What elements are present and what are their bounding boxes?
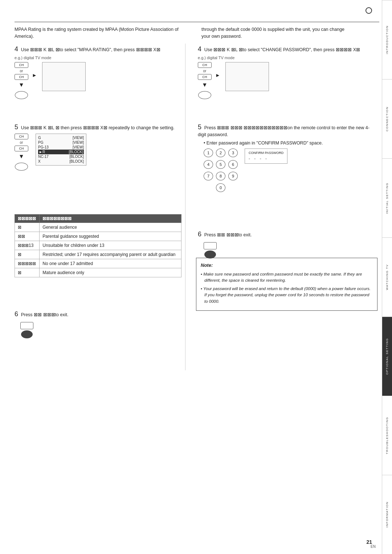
rating-pg-desc: Parental guidance suggested bbox=[40, 232, 181, 241]
step4-left: 4 Use ⊠⊠⊠ K ⊠L ⊠to select "MPAA RATING",… bbox=[15, 45, 181, 99]
page-number: 21 bbox=[366, 539, 372, 545]
sidebar-tab-watching-tv[interactable]: WATCHING TV bbox=[382, 237, 392, 317]
note-title: Note: bbox=[201, 262, 373, 269]
rating-row-3: ⊠⊠⊠13 Unsuitable for children under 13 bbox=[15, 241, 181, 250]
rating-row-6: ⊠ Mature audience only bbox=[15, 268, 181, 277]
step5-or-text: or bbox=[20, 140, 23, 144]
step6-right-oval-dark bbox=[204, 250, 216, 258]
menu-row-pg13: PG-13[VIEW] bbox=[38, 145, 84, 150]
confirm-password-dashes: - - - - bbox=[249, 156, 283, 161]
step4-left-eg: e.g.) digital TV mode bbox=[15, 56, 181, 60]
step4-right-text: Use ⊠⊠⊠ K ⊠L ⊠to select "CHANGE PASSWORD… bbox=[204, 47, 360, 52]
step4-right-oval bbox=[198, 91, 211, 99]
ratings-col1-header: ⊠⊠⊠⊠⊠ bbox=[15, 215, 40, 223]
sidebar-tab-troubleshooting[interactable]: TROUBLESHOOTING bbox=[382, 396, 392, 475]
step5-left-number: 5 bbox=[15, 123, 18, 131]
num-0: 0 bbox=[216, 183, 225, 192]
step5-right-bullet: • Enter password again in "CONFIRM PASSW… bbox=[204, 140, 377, 146]
sidebar-tab-connection[interactable]: CONNECTION bbox=[382, 79, 392, 158]
rating-x-desc: Mature audience only bbox=[40, 268, 181, 277]
rating-r-desc: Restricted; under 17 requires accompanyi… bbox=[40, 250, 181, 259]
center-divider bbox=[185, 44, 185, 370]
rating-pg13: ⊠⊠⊠13 bbox=[15, 241, 40, 250]
oval-button bbox=[15, 91, 28, 99]
step5-oval-button bbox=[15, 163, 28, 171]
sidebar-tab-initial-setting[interactable]: INITIAL SETTING bbox=[382, 158, 392, 237]
step4-right-eg: e.g.) digital TV mode bbox=[198, 56, 377, 60]
rating-g-desc: General audience bbox=[40, 223, 181, 232]
step6-left-number: 6 bbox=[15, 310, 18, 318]
rating-row-2: ⊠⊠ Parental guidance suggested bbox=[15, 232, 181, 241]
step5-down-arrow: ▼ bbox=[19, 153, 24, 160]
step4-right-ch-down: CH bbox=[198, 74, 212, 80]
step5-left-diagram: CH or CH ▼ G[VIEW] PG[VIEW] PG-13[VIEW] … bbox=[15, 134, 181, 171]
step4-left-number: 4 bbox=[15, 45, 18, 53]
sidebar-tab-introduction[interactable]: INTRODUCTION bbox=[382, 0, 392, 79]
or-text: or bbox=[20, 69, 23, 73]
num-6: 6 bbox=[228, 160, 238, 169]
step4-right-remote: CH or CH ▼ bbox=[198, 62, 212, 99]
rating-x: ⊠ bbox=[15, 268, 40, 277]
rating-r: ⊠ bbox=[15, 250, 40, 259]
step6-right-remote bbox=[204, 242, 252, 258]
rating-g: ⊠ bbox=[15, 223, 40, 232]
step5-ch-up: CH bbox=[15, 134, 28, 139]
step5-left: 5 Use ⊠⊠⊠ K ⊠L ⊠ then press ⊠⊠⊠⊠ X⊠ repe… bbox=[15, 123, 181, 171]
step5-right: 5 Press ⊠⊠⊠ ⊠⊠⊠ ⊠⊠⊠⊠⊠⊠⊠⊠⊠⊠⊠on the remote… bbox=[198, 123, 377, 194]
step6-right: 6 Press ⊠⊠ ⊠⊠⊠to exit. bbox=[198, 231, 252, 258]
menu-row-g: G[VIEW] bbox=[38, 135, 84, 140]
step4-right-screen bbox=[225, 62, 269, 91]
confirm-password-box: CONFIRM PASSWORD - - - - bbox=[245, 148, 287, 164]
sidebar-tab-information[interactable]: INFORMATION bbox=[382, 475, 392, 554]
sidebar: INTRODUCTION CONNECTION INITIAL SETTING … bbox=[382, 0, 392, 554]
step4-right-ch-up: CH bbox=[198, 62, 212, 68]
note-bullet-2: • Your password will be erased and retur… bbox=[201, 286, 373, 305]
step4-right-diagram: CH or CH ▼ ► bbox=[198, 62, 377, 99]
num-2: 2 bbox=[216, 148, 225, 157]
confirm-password-label: CONFIRM PASSWORD bbox=[249, 151, 283, 155]
ch-up-btn: CH bbox=[15, 62, 28, 68]
rating-pg: ⊠⊠ bbox=[15, 232, 40, 241]
note-bullet-1: • Make sure new password and confirm pas… bbox=[201, 271, 373, 284]
num-8: 8 bbox=[216, 172, 225, 180]
ratings-col2-header: ⊠⊠⊠⊠⊠⊠⊠⊠ bbox=[40, 215, 181, 223]
page-en-label: EN bbox=[371, 545, 376, 549]
step5-menu-box: G[VIEW] PG[VIEW] PG-13[VIEW] ►R[BLOCK] N… bbox=[36, 134, 86, 166]
step4-right-arrow: ▼ bbox=[202, 82, 208, 88]
num-5: 5 bbox=[216, 160, 225, 169]
step6-left-remote bbox=[20, 322, 68, 338]
step5-ch-down: CH bbox=[15, 146, 28, 151]
step5-right-text: Press ⊠⊠⊠ ⊠⊠⊠ ⊠⊠⊠⊠⊠⊠⊠⊠⊠⊠⊠on the remote c… bbox=[198, 125, 369, 137]
step6-left-text: Press ⊠⊠ ⊠⊠⊠to exit. bbox=[21, 312, 69, 317]
step4-right: 4 Use ⊠⊠⊠ K ⊠L ⊠to select "CHANGE PASSWO… bbox=[198, 45, 377, 99]
step4-right-arrow-icon: ► bbox=[215, 72, 220, 78]
rating-row-4: ⊠ Restricted; under 17 requires accompan… bbox=[15, 250, 181, 259]
step6-oval-dark bbox=[21, 330, 33, 338]
intro-left-text: MPAA Rating is the rating system created… bbox=[15, 26, 191, 40]
step4-right-number: 4 bbox=[198, 45, 201, 53]
num-7: 7 bbox=[204, 172, 213, 180]
step5-right-numpad-area: 1 2 3 4 5 6 7 8 9 0 CONFIRM PASSWORD - -… bbox=[204, 148, 377, 194]
step4-right-or: or bbox=[203, 69, 207, 73]
step6-oval-top bbox=[20, 322, 33, 329]
page-circle-decoration bbox=[366, 7, 372, 14]
numpad: 1 2 3 4 5 6 7 8 9 0 bbox=[204, 148, 239, 194]
step6-right-number: 6 bbox=[198, 231, 201, 238]
menu-row-nc17: NC-17[BLOCK] bbox=[38, 154, 84, 159]
menu-row-x: X[BLOCK] bbox=[38, 159, 84, 164]
num-1: 1 bbox=[204, 148, 213, 157]
down-arrow: ▼ bbox=[19, 82, 24, 88]
rating-nc17: ⊠⊠⊠⊠⊠ bbox=[15, 259, 40, 268]
step6-right-oval-top bbox=[204, 242, 217, 249]
rating-pg13-desc: Unsuitable for children under 13 bbox=[40, 241, 181, 250]
arrow-right-icon: ► bbox=[32, 72, 37, 78]
step5-left-remote: CH or CH ▼ bbox=[15, 134, 28, 171]
step5-right-number: 5 bbox=[198, 123, 201, 131]
sidebar-tab-optional-setting[interactable]: OPTIONAL SETTING bbox=[382, 317, 392, 396]
step4-left-remote: CH or CH ▼ bbox=[15, 62, 28, 99]
step4-left-screen bbox=[42, 62, 86, 91]
menu-row-r: ►R[BLOCK] bbox=[38, 150, 84, 154]
ratings-table: ⊠⊠⊠⊠⊠ ⊠⊠⊠⊠⊠⊠⊠⊠ ⊠ General audience ⊠⊠ Par… bbox=[15, 214, 181, 277]
num-4: 4 bbox=[204, 160, 213, 169]
intro-right-text: through the default code 0000 is supplie… bbox=[201, 26, 377, 40]
